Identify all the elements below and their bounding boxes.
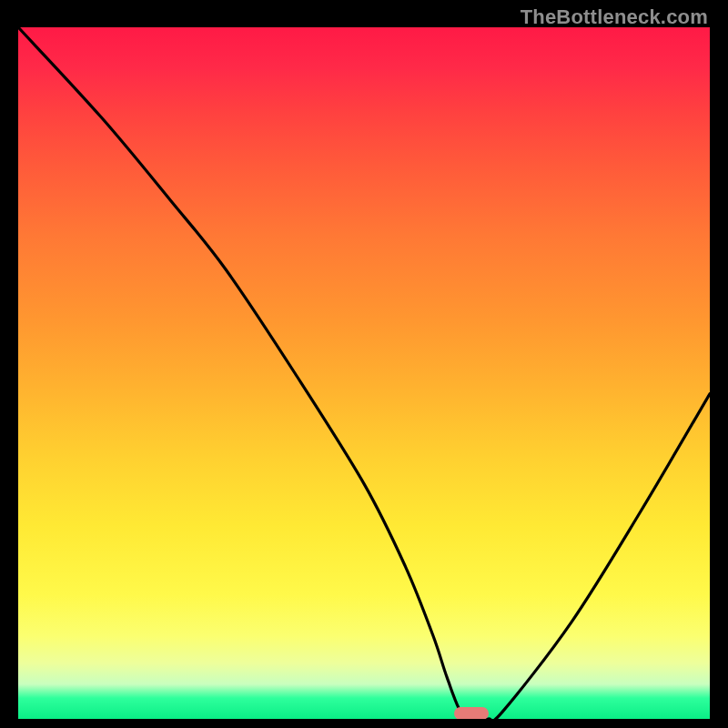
plot-area [18, 27, 710, 719]
optimal-marker [454, 707, 489, 719]
watermark-text: TheBottleneck.com [521, 5, 708, 29]
bottleneck-curve [18, 27, 710, 719]
curve-path [18, 27, 710, 719]
chart-frame: TheBottleneck.com [0, 0, 728, 728]
